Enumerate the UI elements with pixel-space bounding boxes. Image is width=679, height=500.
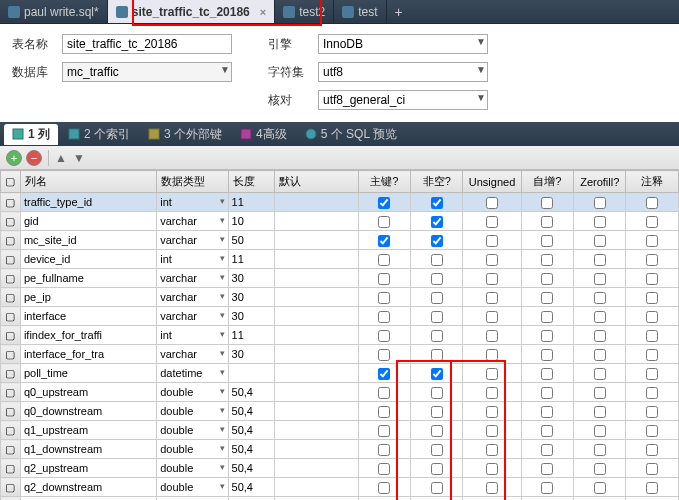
notnull-checkbox[interactable] — [431, 197, 443, 209]
cell-autoinc[interactable] — [521, 402, 573, 421]
zerofill-checkbox[interactable] — [594, 216, 606, 228]
table-row[interactable]: ▢interface_for_travarchar▾30 — [1, 345, 679, 364]
chevron-down-icon[interactable]: ▾ — [220, 215, 225, 225]
autoinc-checkbox[interactable] — [541, 273, 553, 285]
cell-zerofill[interactable] — [574, 269, 626, 288]
column-header-name[interactable]: 列名 — [20, 171, 156, 193]
table-row[interactable]: ▢q3_upstreamdouble▾50,4 — [1, 497, 679, 501]
cell-comment[interactable] — [626, 364, 679, 383]
cell-default[interactable] — [274, 212, 358, 231]
cell-pk[interactable] — [358, 478, 410, 497]
cell-notnull[interactable] — [411, 440, 463, 459]
cell-unsigned[interactable] — [463, 364, 521, 383]
unsigned-checkbox[interactable] — [486, 444, 498, 456]
cell-name[interactable]: q3_upstream — [20, 497, 156, 501]
cell-comment[interactable] — [626, 326, 679, 345]
unsigned-checkbox[interactable] — [486, 425, 498, 437]
cell-pk[interactable] — [358, 269, 410, 288]
cell-zerofill[interactable] — [574, 364, 626, 383]
cell-autoinc[interactable] — [521, 269, 573, 288]
cell-zerofill[interactable] — [574, 307, 626, 326]
unsigned-checkbox[interactable] — [486, 235, 498, 247]
cell-length[interactable]: 50,4 — [228, 478, 274, 497]
cell-length[interactable]: 50,4 — [228, 383, 274, 402]
notnull-checkbox[interactable] — [431, 292, 443, 304]
cell-comment[interactable] — [626, 421, 679, 440]
unsigned-checkbox[interactable] — [486, 254, 498, 266]
pk-checkbox[interactable] — [378, 216, 390, 228]
add-row-button[interactable]: + — [6, 150, 22, 166]
cell-type[interactable]: double▾ — [157, 478, 228, 497]
cell-length[interactable]: 30 — [228, 307, 274, 326]
cell-zerofill[interactable] — [574, 383, 626, 402]
cell-zerofill[interactable] — [574, 212, 626, 231]
comment-checkbox[interactable] — [646, 235, 658, 247]
cell-default[interactable] — [274, 459, 358, 478]
cell-name[interactable]: device_id — [20, 250, 156, 269]
cell-autoinc[interactable] — [521, 193, 573, 212]
zerofill-checkbox[interactable] — [594, 311, 606, 323]
move-down-button[interactable]: ▼ — [73, 151, 87, 165]
table-row[interactable]: ▢gidvarchar▾10 — [1, 212, 679, 231]
cell-unsigned[interactable] — [463, 231, 521, 250]
autoinc-checkbox[interactable] — [541, 425, 553, 437]
pk-checkbox[interactable] — [378, 254, 390, 266]
pk-checkbox[interactable] — [378, 406, 390, 418]
cell-comment[interactable] — [626, 269, 679, 288]
chevron-down-icon[interactable]: ▾ — [220, 329, 225, 339]
zerofill-checkbox[interactable] — [594, 254, 606, 266]
cell-length[interactable]: 30 — [228, 288, 274, 307]
cell-default[interactable] — [274, 497, 358, 501]
autoinc-checkbox[interactable] — [541, 368, 553, 380]
cell-unsigned[interactable] — [463, 421, 521, 440]
cell-pk[interactable] — [358, 421, 410, 440]
chevron-down-icon[interactable]: ▾ — [220, 405, 225, 415]
cell-pk[interactable] — [358, 193, 410, 212]
comment-checkbox[interactable] — [646, 330, 658, 342]
cell-notnull[interactable] — [411, 307, 463, 326]
cell-unsigned[interactable] — [463, 326, 521, 345]
chevron-down-icon[interactable]: ▾ — [220, 272, 225, 282]
notnull-checkbox[interactable] — [431, 273, 443, 285]
cell-zerofill[interactable] — [574, 288, 626, 307]
pk-checkbox[interactable] — [378, 330, 390, 342]
cell-name[interactable]: ifindex_for_traffi — [20, 326, 156, 345]
cell-zerofill[interactable] — [574, 440, 626, 459]
pk-checkbox[interactable] — [378, 273, 390, 285]
cell-name[interactable]: q2_upstream — [20, 459, 156, 478]
autoinc-checkbox[interactable] — [541, 311, 553, 323]
column-header-comment[interactable]: 注释 — [626, 171, 679, 193]
autoinc-checkbox[interactable] — [541, 292, 553, 304]
cell-unsigned[interactable] — [463, 250, 521, 269]
cell-pk[interactable] — [358, 497, 410, 501]
cell-comment[interactable] — [626, 307, 679, 326]
chevron-down-icon[interactable]: ▾ — [220, 291, 225, 301]
cell-default[interactable] — [274, 307, 358, 326]
chevron-down-icon[interactable]: ▾ — [220, 196, 225, 206]
cell-name[interactable]: mc_site_id — [20, 231, 156, 250]
cell-autoinc[interactable] — [521, 383, 573, 402]
cell-zerofill[interactable] — [574, 193, 626, 212]
cell-length[interactable]: 50,4 — [228, 402, 274, 421]
cell-type[interactable]: double▾ — [157, 421, 228, 440]
chevron-down-icon[interactable]: ▾ — [220, 234, 225, 244]
cell-notnull[interactable] — [411, 383, 463, 402]
autoinc-checkbox[interactable] — [541, 406, 553, 418]
cell-unsigned[interactable] — [463, 497, 521, 501]
chevron-down-icon[interactable]: ▾ — [220, 424, 225, 434]
cell-autoinc[interactable] — [521, 307, 573, 326]
unsigned-checkbox[interactable] — [486, 387, 498, 399]
zerofill-checkbox[interactable] — [594, 330, 606, 342]
tab-file-1[interactable]: paul write.sql* — [0, 0, 108, 23]
tab-advanced[interactable]: 4高级 — [232, 124, 295, 145]
cell-length[interactable]: 50 — [228, 231, 274, 250]
cell-default[interactable] — [274, 231, 358, 250]
cell-unsigned[interactable] — [463, 402, 521, 421]
cell-autoinc[interactable] — [521, 364, 573, 383]
column-header-type[interactable]: 数据类型 — [157, 171, 228, 193]
pk-checkbox[interactable] — [378, 444, 390, 456]
add-tab-button[interactable]: + — [387, 4, 411, 20]
comment-checkbox[interactable] — [646, 273, 658, 285]
table-row[interactable]: ▢interfacevarchar▾30 — [1, 307, 679, 326]
cell-default[interactable] — [274, 421, 358, 440]
